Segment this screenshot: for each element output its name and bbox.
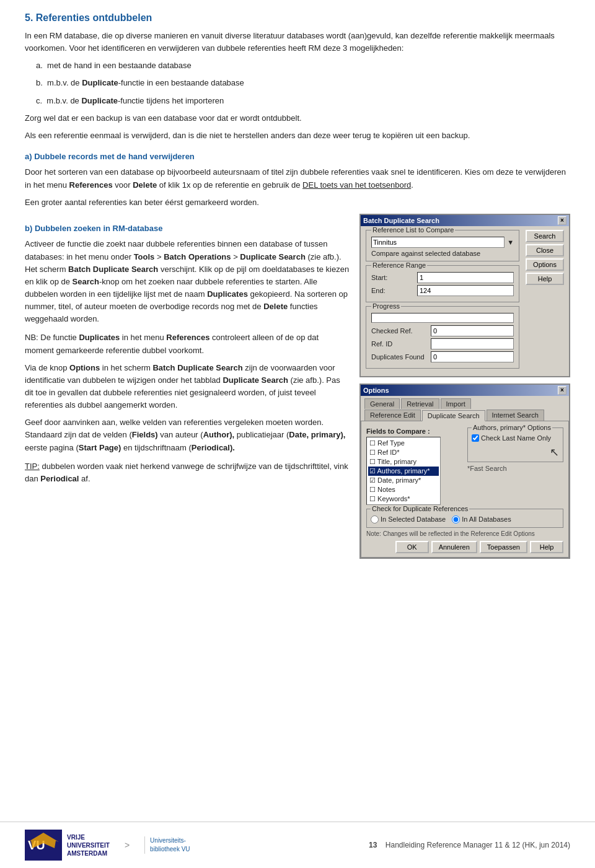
univ-line1: Universiteits- bbox=[150, 836, 190, 845]
cursor-indicator: ↖ bbox=[472, 445, 559, 459]
intro-para: In een RM database, die op diverse manie… bbox=[25, 30, 570, 55]
page-number: 13 bbox=[369, 841, 377, 849]
options-tabs-row1: General Retrieval Import bbox=[364, 398, 565, 409]
two-col-layout: b) Dubbelen zoeken in RM-database Active… bbox=[25, 214, 570, 559]
field-ref-type[interactable]: ☐ Ref Type bbox=[368, 439, 439, 448]
help-button[interactable]: Help bbox=[526, 273, 564, 285]
ref-range-label: Reference Range bbox=[371, 261, 427, 269]
footer-logo: VU VRIJE UNIVERSITEIT AMSTERDAM bbox=[25, 830, 110, 861]
tab-duplicate-search[interactable]: Duplicate Search bbox=[422, 410, 485, 421]
tab-reference-edit[interactable]: Reference Edit bbox=[364, 410, 421, 421]
field-ref-id[interactable]: ☐ Ref ID* bbox=[368, 448, 439, 457]
ref-list-group-label: Reference List to Compare bbox=[371, 226, 455, 234]
batch-duplicate-search-dialog: Batch Duplicate Search × Reference List … bbox=[359, 214, 570, 377]
start-label: Start: bbox=[371, 274, 415, 281]
progress-bar bbox=[371, 313, 514, 323]
radio-row: In Selected Database In All Databases bbox=[371, 515, 559, 525]
batch-dialog-close-btn[interactable]: × bbox=[558, 216, 566, 225]
vu-name-line1: VRIJE bbox=[67, 833, 110, 841]
subsection-a-title: a) Dubbele records met de hand verwijder… bbox=[25, 151, 570, 163]
radio-all-db-label: In All Databases bbox=[452, 515, 511, 524]
section-title-text: Referenties ontdubbelen bbox=[36, 12, 152, 23]
field-notes[interactable]: ☐ Notes bbox=[368, 485, 439, 494]
radio-selected-db-text: In Selected Database bbox=[381, 515, 446, 523]
ref-list-row: ▼ bbox=[371, 237, 514, 248]
radio-selected-db-label: In Selected Database bbox=[371, 515, 446, 524]
field-title-primary[interactable]: ☐ Title, primary bbox=[368, 457, 439, 467]
options-tabs-row2: Reference Edit Duplicate Search Internet… bbox=[364, 410, 565, 421]
radio-all-db-text: In All Databases bbox=[462, 515, 511, 523]
tab-import[interactable]: Import bbox=[441, 398, 471, 409]
dup-found-label: Duplicates Found bbox=[371, 353, 427, 361]
checked-ref-row: Checked Ref. bbox=[371, 325, 514, 336]
doc-title: Handleiding Reference Manager 11 & 12 (H… bbox=[386, 841, 570, 849]
checked-ref-label: Checked Ref. bbox=[371, 327, 427, 335]
dropdown-arrow[interactable]: ▼ bbox=[507, 239, 514, 246]
end-label: End: bbox=[371, 287, 415, 294]
batch-dialog-titlebar: Batch Duplicate Search × bbox=[361, 215, 569, 226]
authors-options-group: Authors, primary* Options Check Last Nam… bbox=[467, 427, 563, 462]
check-dup-group-label: Check for Duplicate References bbox=[371, 505, 469, 512]
page: 5. Referenties ontdubbelen In een RM dat… bbox=[0, 0, 595, 868]
check-dup-group: Check for Duplicate References In Select… bbox=[366, 509, 563, 528]
right-column: Batch Duplicate Search × Reference List … bbox=[359, 214, 570, 559]
field-authors-primary[interactable]: ☑ Authors, primary* bbox=[368, 467, 439, 476]
options-note-text: Note: Changes will be reflected in the R… bbox=[366, 530, 563, 537]
option-b-text: b. m.b.v. de Duplicate-functie in een be… bbox=[36, 77, 570, 89]
footer-page: 13 Handleiding Reference Manager 11 & 12… bbox=[369, 841, 570, 849]
check-last-name-row: Check Last Name Only bbox=[472, 434, 559, 442]
vu-name-line2: UNIVERSITEIT bbox=[67, 841, 110, 849]
radio-selected-db[interactable] bbox=[371, 515, 379, 524]
check-last-name-label: Check Last Name Only bbox=[481, 434, 551, 442]
end-row: End: bbox=[371, 285, 514, 296]
batch-dialog-title: Batch Duplicate Search bbox=[363, 217, 439, 224]
batch-dialog-body: Reference List to Compare ▼ Compare agai… bbox=[361, 226, 569, 376]
search-button[interactable]: Search bbox=[526, 230, 564, 242]
radio-all-db[interactable] bbox=[452, 515, 460, 524]
field-date-primary[interactable]: ☑ Date, primary* bbox=[368, 476, 439, 485]
subsection-b-title: b) Dubbelen zoeken in RM-database bbox=[25, 222, 350, 235]
check-last-name-checkbox-row: Check Last Name Only bbox=[472, 434, 559, 442]
footer: VU VRIJE UNIVERSITEIT AMSTERDAM > Univer… bbox=[0, 822, 595, 868]
end-input[interactable] bbox=[417, 285, 514, 296]
tab-general[interactable]: General bbox=[364, 398, 400, 409]
subsection-a-body: Door het sorteren van een database op bi… bbox=[25, 166, 570, 191]
dup-found-input[interactable] bbox=[431, 351, 514, 362]
ref-list-group: Reference List to Compare ▼ Compare agai… bbox=[366, 230, 519, 261]
check-last-name-checkbox[interactable] bbox=[472, 434, 479, 442]
univ-line2: bibliotheek VU bbox=[150, 845, 190, 854]
fields-listbox[interactable]: ☐ Ref Type ☐ Ref ID* ☐ Title, primary ☑ … bbox=[366, 437, 441, 505]
options-toepassen-button[interactable]: Toepassen bbox=[480, 541, 527, 553]
tip-para: TIP: dubbelen worden vaak niet herkend v… bbox=[25, 460, 350, 485]
options-ok-button[interactable]: OK bbox=[395, 541, 429, 553]
ref-id-input[interactable] bbox=[431, 338, 514, 349]
tab-internet-search[interactable]: Internet Search bbox=[487, 410, 544, 421]
ref-list-input[interactable] bbox=[371, 237, 505, 248]
tab-retrieval[interactable]: Retrieval bbox=[401, 398, 439, 409]
options-annuleren-button[interactable]: Annuleren bbox=[431, 541, 477, 553]
fields-compare-label: Fields to Compare : bbox=[366, 427, 462, 435]
field-keywords[interactable]: ☐ Keywords* bbox=[368, 494, 439, 504]
via-para: Via de knop Options in het scherm Batch … bbox=[25, 362, 350, 412]
checked-ref-input[interactable] bbox=[431, 325, 514, 336]
progress-label: Progress bbox=[371, 302, 401, 310]
close-button[interactable]: Close bbox=[526, 244, 564, 256]
main-content: 5. Referenties ontdubbelen In een RM dat… bbox=[0, 0, 595, 822]
vu-logo-svg: VU bbox=[25, 830, 62, 861]
section-title: 5. Referenties ontdubbelen bbox=[25, 12, 570, 24]
options-button[interactable]: Options bbox=[526, 258, 564, 271]
options-help-button[interactable]: Help bbox=[530, 541, 563, 553]
options-dialog-close-btn[interactable]: × bbox=[558, 386, 566, 395]
subsection-b-para1: Activeer de functie die zoekt naar dubbe… bbox=[25, 238, 350, 325]
vu-name-line3: AMSTERDAM bbox=[67, 849, 110, 857]
footer-arrow: > bbox=[125, 840, 130, 850]
progress-group: Progress Checked Ref. Ref. ID bbox=[366, 306, 519, 369]
subsection-a-extra: Een groter aantal referenties kan beter … bbox=[25, 196, 570, 209]
ref-id-row: Ref. ID bbox=[371, 338, 514, 349]
geef-para: Geef door aanvinken aan, welke velden va… bbox=[25, 416, 350, 454]
compare-label: Compare against selected database bbox=[371, 250, 514, 257]
ref-id-label: Ref. ID bbox=[371, 340, 427, 348]
start-row: Start: bbox=[371, 272, 514, 283]
start-input[interactable] bbox=[417, 272, 514, 283]
option-c-text: c. m.b.v. de Duplicate-functie tijdens h… bbox=[36, 95, 570, 107]
